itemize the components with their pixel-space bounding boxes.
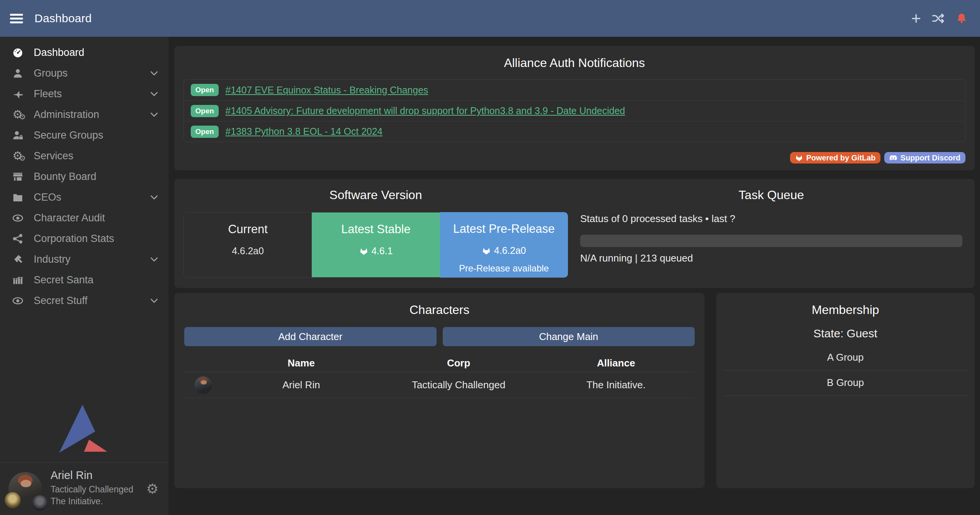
user-corp: Tactically Challenged (51, 484, 133, 495)
store-icon (10, 171, 25, 183)
task-queue-counts: N/A running | 213 queued (580, 252, 962, 264)
status-badge: Open (191, 126, 219, 138)
gears-icon: ⚙⚙ (10, 150, 25, 162)
table-header-row: Name Corp Alliance (184, 355, 695, 372)
top-navbar: Dashboard + (0, 0, 980, 37)
sidebar-item-corporation-stats[interactable]: Corporation Stats (0, 228, 169, 249)
sidebar-item-fleets[interactable]: Fleets (0, 83, 169, 104)
alliance-logo-badge (32, 495, 47, 510)
add-character-button[interactable]: Add Character (184, 327, 437, 346)
shuffle-icon (932, 12, 945, 25)
col-corp: Corp (380, 357, 537, 369)
chevron-down-icon (149, 254, 159, 265)
notifications-button[interactable] (955, 12, 968, 25)
notifications-panel: Alliance Auth Notifications Open #1407 E… (174, 46, 975, 170)
corp-logo-badge (5, 492, 21, 508)
task-queue-title: Task Queue (580, 179, 962, 202)
membership-title: Membership (716, 293, 975, 317)
task-queue-progressbar (580, 235, 962, 247)
chevron-down-icon (149, 192, 159, 203)
software-version-title: Software Version (174, 179, 577, 202)
bell-icon (955, 12, 968, 25)
user-name: Ariel Rin (51, 469, 133, 482)
software-version-task-queue-panel: Software Version Current 4.6.2a0 Latest … (174, 179, 975, 288)
hammer-icon (10, 253, 25, 265)
user-panel: Ariel Rin Tactically Challenged The Init… (0, 463, 169, 515)
version-latest-prerelease: Latest Pre-Release 4.6.2a0 Pre-Release a… (440, 212, 568, 278)
col-name: Name (223, 357, 380, 369)
add-button[interactable]: + (911, 11, 921, 26)
characters-title: Characters (174, 293, 705, 317)
gitlab-badge[interactable]: Powered by GitLab (790, 152, 880, 163)
version-widget: Current 4.6.2a0 Latest Stable 4.6.1 Late… (183, 212, 568, 278)
jet-icon (10, 88, 25, 100)
discord-icon (889, 154, 897, 162)
cell-corp: Tactically Challenged (380, 379, 537, 391)
chevron-down-icon (149, 296, 159, 306)
user-alliance: The Initiative. (51, 496, 133, 507)
chevron-down-icon (149, 68, 159, 78)
menu-button[interactable] (10, 12, 23, 25)
version-current: Current 4.6.2a0 (184, 213, 312, 277)
notification-link[interactable]: #1383 Python 3.8 EOL - 14 Oct 2024 (226, 126, 383, 137)
sidebar-item-secure-groups[interactable]: Secure Groups (0, 125, 169, 146)
page-title: Dashboard (34, 12, 92, 25)
sidebar-item-administration[interactable]: ⚙⚙ Administration (0, 104, 169, 125)
sidebar-item-services[interactable]: ⚙⚙ Services (0, 146, 169, 166)
task-queue-section: Task Queue Status of 0 processed tasks •… (577, 179, 975, 288)
settings-gear-button[interactable]: ⚙ (146, 482, 159, 496)
character-avatar (195, 376, 212, 394)
sidebar-item-industry[interactable]: Industry (0, 249, 169, 270)
chevron-down-icon (149, 89, 159, 99)
sidebar-item-secret-santa[interactable]: Secret Santa (0, 270, 169, 290)
sidebar: Dashboard Groups Fleets ⚙⚙ Administratio… (0, 37, 169, 515)
cell-alliance: The Initiative. (537, 379, 695, 391)
user-icon (10, 67, 25, 79)
software-version-section: Software Version Current 4.6.2a0 Latest … (174, 179, 577, 288)
membership-state: State: Guest (716, 327, 975, 340)
gitlab-icon (359, 247, 368, 256)
alliance-auth-logo (58, 403, 109, 454)
discord-badge[interactable]: Support Discord (884, 152, 965, 163)
share-icon (10, 233, 25, 245)
characters-table: Name Corp Alliance Ariel Rin Tactically … (184, 355, 695, 398)
gear-icon: ⚙ (146, 481, 159, 497)
menu-icon (10, 14, 23, 16)
task-queue-status: Status of 0 processed tasks • last ? (580, 213, 962, 225)
characters-panel: Characters Add Character Change Main Nam… (174, 293, 705, 488)
gitlab-icon (482, 246, 491, 255)
notification-item: Open #1407 EVE Equinox Status - Breaking… (184, 80, 965, 100)
shuffle-button[interactable] (932, 12, 945, 25)
user-lock-icon (10, 129, 25, 141)
cell-name: Ariel Rin (223, 379, 380, 391)
notification-list: Open #1407 EVE Equinox Status - Breaking… (183, 79, 965, 142)
membership-group: B Group (723, 371, 968, 396)
membership-group: A Group (723, 345, 968, 371)
eye-icon (10, 212, 25, 224)
status-badge: Open (191, 105, 219, 117)
table-row: Ariel Rin Tactically Challenged The Init… (184, 372, 695, 398)
notification-item: Open #1383 Python 3.8 EOL - 14 Oct 2024 (184, 121, 965, 142)
chevron-down-icon (149, 110, 159, 120)
folder-icon (10, 191, 25, 203)
gift-icon (10, 274, 25, 286)
notification-link[interactable]: #1407 EVE Equinox Status - Breaking Chan… (226, 85, 429, 96)
sidebar-item-character-audit[interactable]: Character Audit (0, 208, 169, 228)
membership-panel: Membership State: Guest A Group B Group (716, 293, 975, 488)
main-content: Alliance Auth Notifications Open #1407 E… (169, 37, 980, 515)
notifications-title: Alliance Auth Notifications (174, 46, 975, 70)
gauge-icon (10, 47, 25, 59)
sidebar-item-dashboard[interactable]: Dashboard (0, 42, 169, 63)
sidebar-item-groups[interactable]: Groups (0, 63, 169, 83)
sidebar-item-secret-stuff[interactable]: Secret Stuff (0, 290, 169, 311)
gitlab-icon (795, 154, 803, 162)
sidebar-item-bounty-board[interactable]: Bounty Board (0, 166, 169, 187)
sidebar-item-ceos[interactable]: CEOs (0, 187, 169, 208)
change-main-button[interactable]: Change Main (443, 327, 695, 346)
gears-icon: ⚙⚙ (10, 109, 25, 120)
col-alliance: Alliance (537, 357, 695, 369)
eye-icon (10, 295, 25, 307)
notification-item: Open #1405 Advisory: Future development … (184, 100, 965, 121)
notification-link[interactable]: #1405 Advisory: Future development will … (226, 105, 625, 116)
status-badge: Open (191, 84, 219, 96)
